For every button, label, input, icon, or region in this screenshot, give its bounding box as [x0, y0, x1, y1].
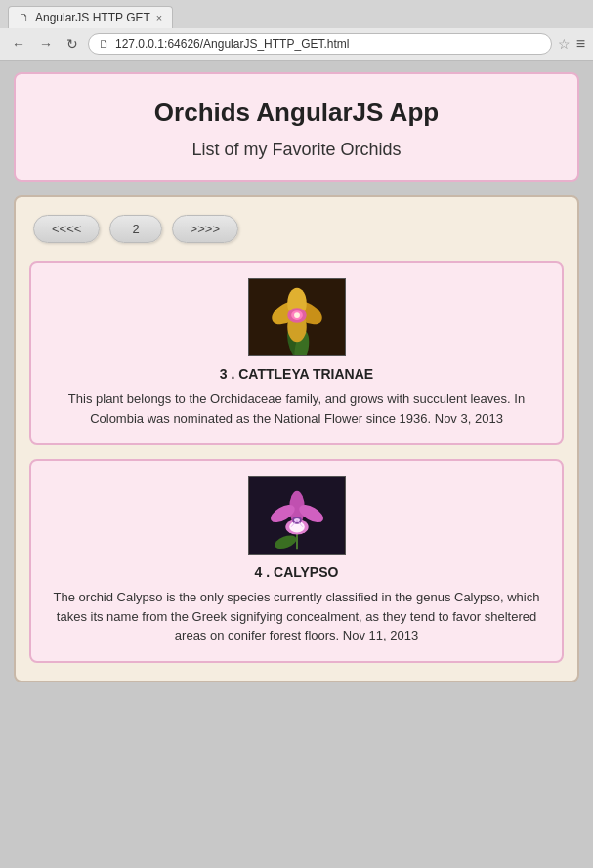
orchid-desc-cattleya: This plant belongs to the Orchidaceae fa…: [47, 390, 546, 428]
main-wrapper: Orchids AngularJS App List of my Favorit…: [0, 61, 593, 694]
menu-button[interactable]: ≡: [576, 35, 585, 53]
refresh-button[interactable]: ↻: [63, 34, 82, 54]
orchid-card-calypso: 4 . CALYPSO The orchid Calypso is the on…: [29, 459, 564, 663]
orchid-name-cattleya: 3 . CATTLEYA TRIANAE: [47, 366, 546, 382]
orchid-card-cattleya: 3 . CATTLEYA TRIANAE This plant belongs …: [29, 261, 564, 445]
current-page: 2: [109, 215, 161, 243]
tab-label: AngularJS HTTP GET: [35, 11, 150, 24]
browser-tab[interactable]: 🗋 AngularJS HTTP GET ×: [8, 6, 173, 28]
tab-bar: 🗋 AngularJS HTTP GET ×: [0, 0, 593, 28]
bookmark-button[interactable]: ☆: [558, 36, 571, 52]
orchid-image-calypso: [248, 476, 346, 555]
tab-icon: 🗋: [19, 12, 29, 23]
prev-page-button[interactable]: <<<<: [33, 215, 100, 243]
content-card: <<<< 2 >>>> 3 . CATTLEYA TRIANAE: [14, 195, 579, 682]
orchid-desc-calypso: The orchid Calypso is the only species c…: [47, 588, 546, 645]
header-card: Orchids AngularJS App List of my Favorit…: [14, 72, 579, 182]
forward-button[interactable]: →: [35, 34, 57, 54]
back-button[interactable]: ←: [8, 34, 29, 54]
pagination: <<<< 2 >>>>: [29, 215, 564, 243]
address-bar-row: ← → ↻ 🗋 127.0.0.1:64626/AngularJS_HTTP_G…: [0, 28, 593, 60]
app-title: Orchids AngularJS App: [35, 98, 558, 128]
app-subtitle: List of my Favorite Orchids: [35, 140, 558, 160]
browser-chrome: 🗋 AngularJS HTTP GET × ← → ↻ 🗋 127.0.0.1…: [0, 0, 593, 61]
address-text: 127.0.0.1:64626/AngularJS_HTTP_GET.html: [115, 37, 349, 51]
tab-close-button[interactable]: ×: [156, 12, 162, 23]
svg-point-9: [294, 312, 300, 318]
page-icon: 🗋: [99, 38, 109, 50]
address-bar[interactable]: 🗋 127.0.0.1:64626/AngularJS_HTTP_GET.htm…: [88, 33, 552, 55]
orchid-name-calypso: 4 . CALYPSO: [47, 564, 546, 580]
next-page-button[interactable]: >>>>: [172, 215, 238, 243]
orchid-image-cattleya: [248, 278, 346, 356]
